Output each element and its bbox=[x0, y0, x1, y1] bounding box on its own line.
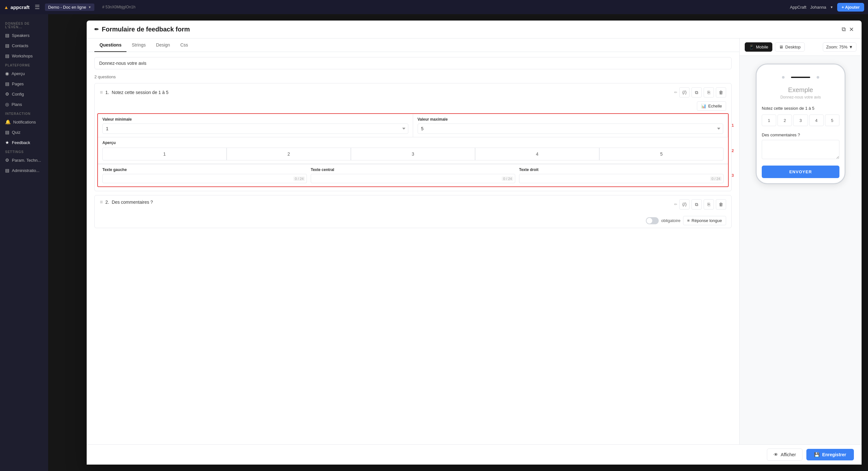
sidebar-item-label: Notifications bbox=[13, 120, 36, 125]
param-icon: ⚙ bbox=[5, 158, 9, 163]
sidebar-item-feedback[interactable]: ★ Feedback bbox=[0, 137, 48, 147]
chevron-down-icon: ▼ bbox=[849, 44, 853, 49]
scale-1[interactable]: 1 bbox=[762, 114, 776, 126]
delete-button-1[interactable]: 🗑 bbox=[716, 87, 726, 98]
menu-icon[interactable]: ☰ bbox=[35, 3, 40, 10]
sidebar-item-label: Pages bbox=[12, 81, 24, 86]
desktop-preview-button[interactable]: 🖥 Desktop bbox=[775, 42, 805, 52]
copy-button-2[interactable]: ⎘ bbox=[704, 199, 714, 209]
texte-droit-col: Texte droit 0 / 24 bbox=[519, 167, 723, 183]
sidebar-item-quiz[interactable]: ▤ Quiz bbox=[0, 127, 48, 137]
type-reponse-longue-button[interactable]: ≡ Réponse longue bbox=[683, 216, 726, 225]
scale-4[interactable]: 4 bbox=[809, 114, 824, 126]
external-link-icon[interactable]: ⧉ bbox=[842, 26, 846, 33]
questions-count: 2 questions bbox=[94, 74, 732, 79]
sidebar-item-speakers[interactable]: ▤ Speakers bbox=[0, 30, 48, 40]
sidebar-item-notifications[interactable]: 🔔 Notifications bbox=[0, 117, 48, 127]
phone-mockup: Exemple Donnez-nous votre avis Notez cet… bbox=[756, 64, 845, 184]
tab-strings[interactable]: Strings bbox=[126, 38, 151, 52]
phone-notch bbox=[756, 74, 844, 81]
question-2-text: Des commentaires ? bbox=[112, 200, 153, 205]
question-2-header: ≡ 2. Des commentaires ? ✏ ⟨/⟩ ⧉ ⎘ 🗑 bbox=[95, 195, 731, 213]
sidebar-item-label: Workshops bbox=[12, 54, 33, 58]
admin-icon: ▤ bbox=[5, 168, 9, 173]
scale-3[interactable]: 3 bbox=[793, 114, 808, 126]
question-1-header: ≡ 1. Notez cette session de 1 à 5 ✏ ⟨/⟩ … bbox=[95, 83, 731, 101]
sidebar-item-plans[interactable]: ◎ Plans bbox=[0, 99, 48, 109]
enregistrer-button[interactable]: 💾 Enregistrer bbox=[806, 449, 854, 461]
question-2-card: ≡ 2. Des commentaires ? ✏ ⟨/⟩ ⧉ ⎘ 🗑 bbox=[94, 195, 732, 228]
delete-button-2[interactable]: 🗑 bbox=[716, 199, 726, 209]
valeur-maximale-select[interactable]: 5 bbox=[417, 124, 723, 134]
phone-textarea[interactable] bbox=[762, 140, 839, 159]
sidebar-item-contacts[interactable]: ▤ Contacts bbox=[0, 40, 48, 51]
sidebar-item-workshops[interactable]: ▤ Workshops bbox=[0, 51, 48, 61]
toggle-knob bbox=[647, 218, 652, 224]
texte-central-wrapper: 0 / 24 bbox=[311, 174, 515, 183]
sidebar-item-label: Aperçu bbox=[11, 71, 25, 76]
project-name[interactable]: Demo - Doc en ligne ▼ bbox=[45, 3, 94, 11]
texte-gauche-count: 0 / 24 bbox=[293, 176, 305, 181]
sidebar-item-label: Contacts bbox=[12, 43, 28, 48]
texte-droit-count: 0 / 24 bbox=[710, 176, 722, 181]
sidebar-item-pages[interactable]: ▤ Pages bbox=[0, 78, 48, 89]
drag-handle-1[interactable]: ≡ bbox=[100, 90, 103, 95]
sidebar-item-admin[interactable]: ▤ Administratio... bbox=[0, 165, 48, 175]
duplicate-button-2[interactable]: ⧉ bbox=[691, 199, 702, 209]
sidebar-section-platform: PLATEFORME bbox=[0, 61, 48, 68]
tabs: Questions Strings Design Css bbox=[87, 38, 739, 52]
sidebar-item-label: Feedback bbox=[12, 140, 30, 145]
drag-handle-2[interactable]: ≡ bbox=[100, 199, 103, 205]
workshops-icon: ▤ bbox=[5, 53, 9, 58]
sidebar-item-param-tech[interactable]: ⚙ Param. Techn... bbox=[0, 155, 48, 165]
tab-css[interactable]: Css bbox=[175, 38, 193, 52]
sidebar-item-config[interactable]: ⚙ Config bbox=[0, 89, 48, 99]
texte-central-col: Texte central 0 / 24 bbox=[311, 167, 515, 183]
question-1-number: 1. bbox=[105, 90, 109, 95]
apercu-num-2: 2 bbox=[227, 147, 351, 160]
code-button-2[interactable]: ⟨/⟩ bbox=[679, 199, 689, 209]
sidebar-section-interaction: INTERACTION bbox=[0, 109, 48, 117]
texte-gauche-input[interactable] bbox=[102, 174, 307, 183]
speakers-icon: ▤ bbox=[5, 33, 9, 38]
question-1-left: ≡ 1. Notez cette session de 1 à 5 bbox=[100, 90, 168, 95]
sidebar-section-settings: SETTINGS bbox=[0, 147, 48, 155]
type-echelle-button[interactable]: 📊 Echelle bbox=[697, 101, 726, 111]
phone-submit-button[interactable]: ENVOYER bbox=[762, 166, 839, 178]
tab-questions[interactable]: Questions bbox=[94, 38, 126, 52]
plans-icon: ◎ bbox=[5, 102, 9, 107]
pages-icon: ▤ bbox=[5, 81, 9, 86]
form-title-input[interactable] bbox=[94, 57, 732, 69]
copy-button-1[interactable]: ⎘ bbox=[704, 87, 714, 98]
valeur-minimale-select[interactable]: 1 bbox=[102, 124, 408, 134]
afficher-button[interactable]: 👁 Afficher bbox=[767, 448, 803, 461]
preview-area: Exemple Donnez-nous votre avis Notez cet… bbox=[740, 56, 862, 444]
main-area: ✏ Formulaire de feedback form ⧉ ✕ Questi… bbox=[48, 14, 868, 471]
apercu-num-4: 4 bbox=[475, 147, 599, 160]
phone-question-2: Des commentaires ? bbox=[762, 133, 839, 137]
texte-droit-wrapper: 0 / 24 bbox=[519, 174, 723, 183]
close-icon[interactable]: ✕ bbox=[849, 26, 854, 33]
question-2-left: ≡ 2. Des commentaires ? bbox=[100, 199, 153, 205]
phone-title: Exemple bbox=[762, 86, 839, 94]
mobile-preview-button[interactable]: 📱 Mobile bbox=[745, 42, 772, 52]
add-button[interactable]: + Ajouter bbox=[837, 3, 864, 11]
notifications-icon: 🔔 bbox=[5, 120, 10, 125]
duplicate-button-1[interactable]: ⧉ bbox=[691, 87, 702, 98]
zoom-selector[interactable]: Zoom: 75% ▼ bbox=[823, 42, 857, 52]
reponse-longue-icon: ≡ bbox=[687, 218, 690, 223]
edit-pencil-icon: ✏ bbox=[674, 90, 677, 95]
scale-5[interactable]: 5 bbox=[825, 114, 839, 126]
preview-toolbar: 📱 Mobile 🖥 Desktop Zoom: 75% ▼ bbox=[740, 38, 862, 56]
scale-2[interactable]: 2 bbox=[777, 114, 792, 126]
question-2-number: 2. bbox=[105, 200, 109, 205]
code-button-1[interactable]: ⟨/⟩ bbox=[679, 87, 689, 98]
edit-pencil-icon-2: ✏ bbox=[674, 202, 677, 207]
obligatoire-toggle[interactable] bbox=[646, 217, 659, 224]
sidebar-item-apercu[interactable]: ◉ Aperçu bbox=[0, 68, 48, 78]
tab-design[interactable]: Design bbox=[151, 38, 175, 52]
texte-droit-input[interactable] bbox=[519, 174, 723, 183]
phone-content: Exemple Donnez-nous votre avis Notez cet… bbox=[756, 81, 844, 183]
feedback-icon: ★ bbox=[5, 140, 9, 145]
texte-central-input[interactable] bbox=[311, 174, 515, 183]
